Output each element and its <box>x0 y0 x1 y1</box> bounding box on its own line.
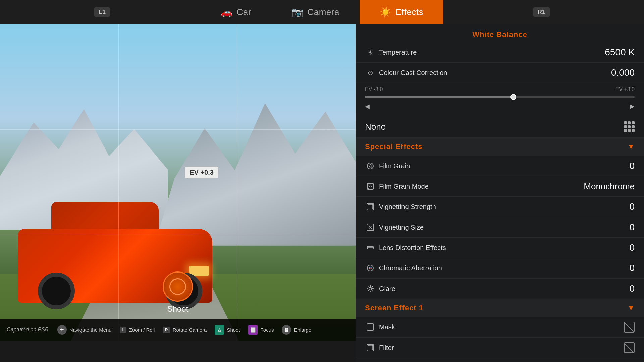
tab-car[interactable]: 🚗 Car <box>201 0 271 24</box>
vignetting-size-row[interactable]: Vignetting Size 0 <box>356 217 644 238</box>
ctrl-navigate-label: Navigate the Menu <box>69 327 112 333</box>
ctrl-navigate: ✛ Navigate the Menu <box>57 325 112 335</box>
chromatic-aberration-row[interactable]: Chromatic Aberration 0 <box>356 258 644 279</box>
temperature-label: Temperature <box>379 49 601 56</box>
tab-camera[interactable]: 📷 Camera <box>271 0 360 24</box>
svg-point-17 <box>367 265 373 271</box>
svg-line-26 <box>368 290 369 291</box>
colour-cast-row[interactable]: ⊙ Colour Cast Correction 0.000 <box>356 63 644 83</box>
glare-label: Glare <box>379 285 604 293</box>
ev-slider-thumb[interactable] <box>510 94 516 100</box>
top-navigation: L1 🚗 Car 📷 Camera ☀️ Effects R1 <box>0 0 644 24</box>
dpad-icon: ✛ <box>57 325 67 335</box>
vignetting-strength-row[interactable]: Vignetting Strength 0 <box>356 197 644 217</box>
shoot-button[interactable] <box>163 272 193 302</box>
screen-effect-header[interactable]: Screen Effect 1 ▼ <box>356 299 644 317</box>
filter-none-row[interactable]: None <box>356 116 644 138</box>
glare-row[interactable]: Glare 0 <box>356 279 644 299</box>
film-grain-mode-row[interactable]: Film Grain Mode Monochrome <box>356 176 644 197</box>
camera-icon: 📷 <box>291 7 304 18</box>
slider-arrows: ◀ ▶ <box>365 101 635 111</box>
special-effects-title: Special Effects <box>365 142 423 151</box>
svg-point-1 <box>369 165 370 166</box>
captured-label: Captured on PS5 <box>7 327 48 333</box>
svg-line-23 <box>368 286 369 287</box>
special-effects-chevron: ▼ <box>627 142 635 151</box>
ctrl-zoom: L Zoom / Roll <box>120 327 155 333</box>
mask-slash-box <box>624 322 635 333</box>
mask-label: Mask <box>379 323 621 331</box>
ev-slider-row[interactable]: EV -3.0 EV +3.0 ◀ ▶ <box>356 83 644 116</box>
touchpad-icon: ▦ <box>282 325 291 335</box>
car-wheel-left <box>38 273 75 309</box>
tab-camera-label: Camera <box>307 7 339 17</box>
ctrl-enlarge: ▦ Enlarge <box>282 325 311 335</box>
svg-rect-13 <box>368 204 373 209</box>
bottom-controls-list: ✛ Navigate the Menu L Zoom / Roll R Rota… <box>57 325 311 335</box>
bottom-controls-bar: Captured on PS5 ✛ Navigate the Menu L Zo… <box>0 319 356 341</box>
svg-rect-29 <box>368 345 373 350</box>
screen-effect-title: Screen Effect 1 <box>365 304 423 312</box>
film-grain-mode-icon <box>365 181 376 192</box>
temperature-value: 6500 K <box>605 47 635 58</box>
vignetting-size-label: Vignetting Size <box>379 224 604 231</box>
temperature-row[interactable]: ☀ Temperature 6500 K <box>356 42 644 63</box>
lens-distortion-row[interactable]: Lens Distortion Effects 0 <box>356 238 644 258</box>
r1-button[interactable]: R1 <box>533 7 550 17</box>
svg-point-5 <box>371 167 372 168</box>
ev-minus-label: EV -3.0 <box>365 86 383 93</box>
svg-point-18 <box>369 287 372 290</box>
ctrl-focus: ⬜ Focus <box>248 325 274 335</box>
ctrl-enlarge-label: Enlarge <box>294 327 311 333</box>
camera-viewport: Shoot EV +0.3 Captured on PS5 ✛ Navigate… <box>0 24 356 341</box>
filter-grid-icon[interactable] <box>624 121 635 132</box>
film-grain-icon <box>365 161 376 171</box>
tab-effects-label: Effects <box>395 7 423 17</box>
nav-tabs: 🚗 Car 📷 Camera ☀️ Effects <box>201 0 443 24</box>
film-grain-row[interactable]: Film Grain 0 <box>356 156 644 176</box>
tab-car-label: Car <box>237 7 251 17</box>
ev-tooltip: EV +0.3 <box>185 167 218 178</box>
svg-point-7 <box>368 185 369 185</box>
svg-point-0 <box>367 163 373 169</box>
ctrl-zoom-label: Zoom / Roll <box>129 327 155 333</box>
screen-effect-chevron: ▼ <box>627 304 635 312</box>
shoot-button-area: Shoot <box>163 272 193 314</box>
vignetting-strength-icon <box>365 201 376 212</box>
icc-row[interactable]: Individual Colour Tone Correction » <box>356 358 644 362</box>
chromatic-aberration-label: Chromatic Aberration <box>379 264 604 272</box>
ctrl-rotate-label: Rotate Camera <box>173 327 207 333</box>
mask-icon <box>365 322 376 333</box>
filter-row[interactable]: Filter <box>356 338 644 358</box>
special-effects-header[interactable]: Special Effects ▼ <box>356 138 644 156</box>
vignetting-strength-label: Vignetting Strength <box>379 203 604 211</box>
triangle-icon: △ <box>215 325 224 335</box>
white-balance-title: White Balance <box>356 24 644 42</box>
film-grain-label: Film Grain <box>379 162 604 170</box>
tab-effects[interactable]: ☀️ Effects <box>360 0 443 24</box>
vignetting-size-value: 0 <box>608 222 635 233</box>
colour-cast-icon: ⊙ <box>365 67 376 78</box>
filter-slash-box <box>624 342 635 353</box>
r-stick-icon: R <box>163 327 170 333</box>
lens-distortion-icon <box>365 242 376 253</box>
mask-row[interactable]: Mask <box>356 317 644 338</box>
temperature-icon: ☀ <box>365 47 376 58</box>
filter-none-label: None <box>365 122 621 132</box>
slider-left-arrow[interactable]: ◀ <box>365 103 370 110</box>
svg-point-11 <box>368 188 369 189</box>
film-grain-mode-value: Monochrome <box>584 181 635 192</box>
vignetting-strength-value: 0 <box>608 201 635 212</box>
ev-slider-track[interactable] <box>365 96 635 98</box>
scene-background: Shoot EV +0.3 <box>0 24 356 341</box>
slider-right-arrow[interactable]: ▶ <box>630 103 635 110</box>
film-grain-value: 0 <box>608 161 635 171</box>
l-stick-icon: L <box>120 327 126 333</box>
lens-distortion-value: 0 <box>608 242 635 253</box>
film-grain-mode-label: Film Grain Mode <box>379 183 580 190</box>
l1-button[interactable]: L1 <box>94 7 110 17</box>
svg-point-3 <box>371 166 372 167</box>
square-icon: ⬜ <box>248 325 258 335</box>
filter-label: Filter <box>379 344 621 352</box>
glare-icon <box>365 283 376 294</box>
